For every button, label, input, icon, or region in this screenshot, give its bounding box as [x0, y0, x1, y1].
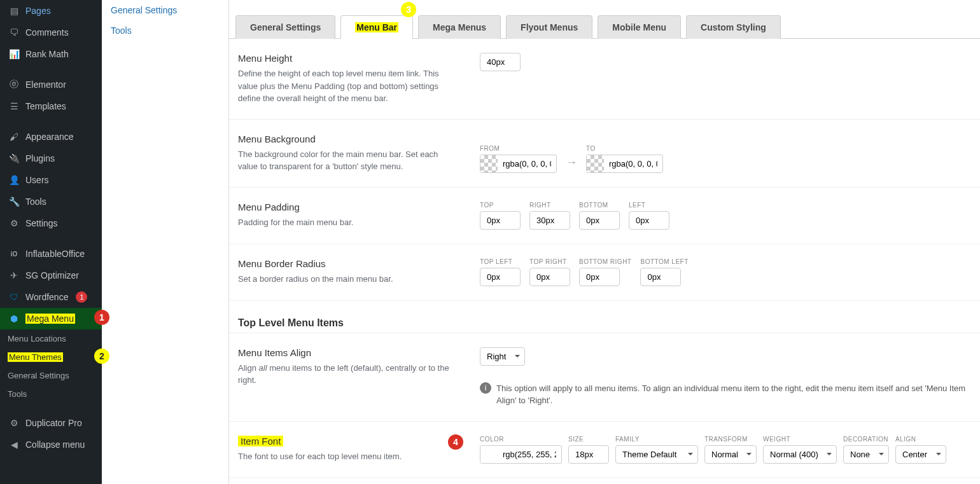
desc-text: Align [238, 363, 259, 373]
color-to-label: TO [586, 145, 663, 152]
row-menu-border-radius: Menu Border Radius Set a border radius o… [229, 244, 980, 301]
secondcol-general-settings[interactable]: General Settings [102, 0, 228, 20]
sidebar-item-label: Duplicator Pro [25, 418, 82, 428]
sidebar-item-comments[interactable]: 🗨Comments [0, 22, 102, 43]
sidebar-item-label: Tools [25, 197, 46, 207]
tab-label: Menu Bar [355, 22, 398, 32]
plugin-submenu-column: General Settings Tools [102, 0, 229, 484]
sidebar-item-collapse[interactable]: ◀Collapse menu [0, 434, 102, 455]
padding-left-input[interactable] [629, 211, 669, 230]
setting-title: Menu Background [238, 134, 454, 144]
setting-desc: Align all menu items to the left (defaul… [238, 362, 454, 387]
input-label: LEFT [629, 202, 669, 209]
submenu-label: Tools [8, 389, 27, 399]
shield-icon: 🛡 [8, 291, 20, 303]
input-label: TRANSFORM [704, 436, 757, 443]
tab-label: Custom Styling [701, 22, 766, 32]
secondcol-tools[interactable]: Tools [102, 20, 228, 41]
user-icon: 👤 [8, 174, 20, 186]
sidebar-item-users[interactable]: 👤Users [0, 169, 102, 191]
sidebar-item-plugins[interactable]: 🔌Plugins [0, 148, 102, 169]
comment-icon: 🗨 [8, 26, 20, 39]
sidebar-item-sgoptimizer[interactable]: ✈SG Optimizer [0, 265, 102, 286]
tab-menu-bar[interactable]: Menu Bar 3 [340, 15, 413, 39]
color-to[interactable] [586, 155, 663, 173]
padding-right-input[interactable] [529, 211, 570, 230]
color-to-input[interactable] [604, 155, 662, 172]
pages-icon: ▤ [8, 4, 20, 17]
tab-label: General Settings [250, 22, 321, 32]
tabs-bar: General Settings Menu Bar 3 Mega Menus F… [235, 0, 980, 39]
font-weight-select[interactable]: Normal (400) [763, 445, 837, 464]
font-size-input[interactable] [568, 445, 609, 464]
sidebar-item-inflatableoffice[interactable]: iOInflatableOffice [0, 243, 102, 265]
update-badge: 1 [76, 291, 87, 303]
font-family-select[interactable]: Theme Default [615, 445, 698, 464]
radius-bl-input[interactable] [640, 268, 681, 286]
color-from-input[interactable] [498, 155, 556, 172]
color-from[interactable] [480, 155, 557, 173]
row-menu-height: Menu Height Define the height of each to… [229, 39, 980, 120]
sidebar-item-tools[interactable]: 🔧Tools [0, 191, 102, 212]
sidebar-item-elementor[interactable]: ⓔElementor [0, 74, 102, 95]
padding-bottom-input[interactable] [579, 211, 620, 230]
tab-mega-menus[interactable]: Mega Menus [418, 15, 501, 39]
radius-br-input[interactable] [579, 268, 620, 286]
color-from-label: FROM [480, 145, 557, 152]
sidebar-item-label: SG Optimizer [25, 270, 79, 280]
annotation-1: 1 [94, 310, 109, 325]
setting-desc: Padding for the main menu bar. [238, 216, 454, 229]
menu-items-align-select[interactable]: Right [480, 347, 525, 366]
tab-general-settings[interactable]: General Settings [235, 15, 335, 39]
wp-admin-sidebar: ▤Pages 🗨Comments 📊Rank Math ⓔElementor ☰… [0, 0, 102, 484]
font-color[interactable] [480, 445, 562, 464]
section-top-level-menu-items: Top Level Menu Items [229, 301, 980, 333]
input-label: DECORATION [843, 436, 889, 443]
sidebar-item-settings[interactable]: ⚙Settings [0, 212, 102, 234]
sidebar-item-wordfence[interactable]: 🛡Wordfence1 [0, 286, 102, 308]
input-label: TOP RIGHT [529, 258, 570, 265]
font-decoration-select[interactable]: None [843, 445, 889, 464]
font-transform-select[interactable]: Normal [704, 445, 757, 464]
input-label: TOP LEFT [480, 258, 521, 265]
sidebar-item-megamenu[interactable]: ⬢Mega Menu 1 [0, 308, 102, 329]
radius-tl-input[interactable] [480, 268, 521, 286]
tab-label: Mega Menus [433, 22, 486, 32]
padding-top-input[interactable] [480, 211, 521, 230]
sidebar-item-duplicator[interactable]: ⚙Duplicator Pro [0, 412, 102, 434]
sidebar-item-label: Templates [25, 101, 66, 111]
sidebar-item-appearance[interactable]: 🖌Appearance [0, 126, 102, 148]
submenu-menu-locations[interactable]: Menu Locations [0, 329, 102, 348]
sidebar-item-rankmath[interactable]: 📊Rank Math [0, 43, 102, 65]
sidebar-item-label: Mega Menu [25, 314, 75, 324]
menu-height-input[interactable] [480, 53, 521, 71]
input-label: SIZE [568, 436, 609, 443]
plug-icon: 🔌 [8, 152, 20, 165]
annotation-4: 4 [448, 434, 463, 450]
setting-title: Menu Height [238, 53, 454, 64]
setting-title: Menu Border Radius [238, 258, 454, 269]
megamenu-icon: ⬢ [8, 312, 20, 325]
tab-custom-styling[interactable]: Custom Styling [686, 15, 781, 39]
tab-label: Mobile Menu [612, 22, 666, 32]
tab-mobile-menu[interactable]: Mobile Menu [598, 15, 681, 39]
submenu-tools[interactable]: Tools [0, 385, 102, 403]
input-label: COLOR [480, 436, 562, 443]
row-item-font: Item Font The font to use for each top l… [229, 422, 980, 478]
font-align-select[interactable]: Center [895, 445, 946, 464]
wrench-icon: 🔧 [8, 195, 20, 208]
submenu-general-settings[interactable]: General Settings [0, 366, 102, 385]
sliders-icon: ⚙ [8, 217, 20, 230]
sidebar-item-templates[interactable]: ☰Templates [0, 95, 102, 117]
desc-emphasis: all [259, 363, 267, 373]
radius-tr-input[interactable] [529, 268, 570, 286]
submenu-menu-themes[interactable]: Menu Themes 2 [0, 348, 102, 366]
collapse-icon: ◀ [8, 438, 20, 451]
swatch-icon [480, 155, 498, 172]
sidebar-item-pages[interactable]: ▤Pages [0, 0, 102, 22]
font-color-input[interactable] [498, 446, 561, 463]
tab-flyout-menus[interactable]: Flyout Menus [506, 15, 592, 39]
info-note: iThis option will apply to all menu item… [480, 382, 980, 407]
row-menu-padding: Menu Padding Padding for the main menu b… [229, 188, 980, 244]
submenu-label: Menu Themes [8, 352, 63, 362]
